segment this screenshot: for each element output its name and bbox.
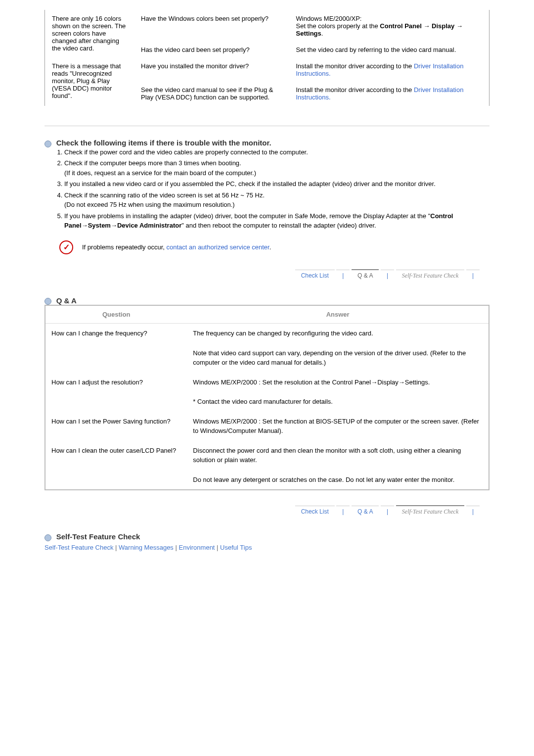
nav-tabs: Check List | Q & A | Self-Test Feature C… <box>44 269 490 282</box>
troubleshooting-table: There are only 16 colors shown on the sc… <box>44 10 490 106</box>
subnav-tips[interactable]: Useful Tips <box>220 544 252 551</box>
tab-check-list[interactable]: Check List <box>295 506 335 517</box>
qa-heading: Q & A <box>56 296 77 305</box>
checklist-cell: Have the Windows colors been set properl… <box>135 11 289 41</box>
qa-question-header: Question <box>45 305 187 324</box>
solution-cell: Set the video card by referring to the v… <box>290 42 489 57</box>
qa-question: How can I set the Power Saving function? <box>45 412 187 441</box>
list-item: If you have problems in installing the a… <box>64 211 490 231</box>
subnav-warning[interactable]: Warning Messages <box>119 544 174 551</box>
qa-answer: The frequency can be changed by reconfig… <box>187 324 489 343</box>
tab-qa[interactable]: Q & A <box>352 506 379 517</box>
check-items-list: Check if the power cord and the video ca… <box>64 147 490 231</box>
self-test-subnav: Self-Test Feature Check | Warning Messag… <box>44 544 490 551</box>
list-item: Check if the power cord and the video ca… <box>64 147 490 157</box>
checkmark-icon: ✓ <box>59 240 73 254</box>
checklist-cell: See the video card manual to see if the … <box>135 82 289 105</box>
subnav-environment[interactable]: Environment <box>179 544 215 551</box>
qa-table: Question Answer How can I change the fre… <box>44 305 490 490</box>
service-center-link[interactable]: contact an authorized service center <box>167 243 269 251</box>
qa-answer: Windows ME/XP/2000 : Set the function at… <box>187 412 489 441</box>
qa-answer: Do not leave any detergent or scratches … <box>187 470 489 490</box>
list-item: Check if the computer beeps more than 3 … <box>64 158 490 178</box>
symptom-cell: There are only 16 colors shown on the sc… <box>46 11 134 57</box>
qa-answer: Disconnect the power cord and then clean… <box>187 441 489 470</box>
bullet-icon <box>44 534 51 541</box>
qa-question: How can I clean the outer case/LCD Panel… <box>45 441 187 490</box>
qa-question: How can I change the frequency? <box>45 324 187 373</box>
solution-cell: Install the monitor driver according to … <box>290 82 489 105</box>
note-row: ✓ If problems repeatedly occur, contact … <box>59 240 490 254</box>
solution-cell: Install the monitor driver according to … <box>290 58 489 81</box>
nav-tabs: Check List | Q & A | Self-Test Feature C… <box>44 505 490 518</box>
symptom-cell: There is a message that reads "Unrecogni… <box>46 58 134 105</box>
qa-answer-header: Answer <box>187 305 489 324</box>
tab-qa[interactable]: Q & A <box>352 269 379 281</box>
self-test-heading: Self-Test Feature Check <box>56 532 140 541</box>
bullet-icon <box>44 141 51 147</box>
list-item: If you installed a new video card or if … <box>64 179 490 189</box>
note-text: If problems repeatedly occur, <box>82 243 167 251</box>
qa-answer: Windows ME/XP/2000 : Set the resolution … <box>187 373 489 392</box>
tab-self-test[interactable]: Self-Test Feature Check <box>396 505 464 518</box>
bullet-icon <box>44 298 51 305</box>
divider <box>44 126 490 126</box>
qa-question: How can I adjust the resolution? <box>45 373 187 412</box>
solution-cell: Windows ME/2000/XP: Set the colors prope… <box>290 11 489 41</box>
checklist-cell: Has the video card been set properly? <box>135 42 289 57</box>
tab-check-list[interactable]: Check List <box>295 270 335 281</box>
subnav-self-test[interactable]: Self-Test Feature Check <box>44 544 113 551</box>
list-item: Check if the scanning ratio of the video… <box>64 190 490 210</box>
qa-answer: Note that video card support can vary, d… <box>187 343 489 373</box>
checklist-cell: Have you installed the monitor driver? <box>135 58 289 81</box>
check-items-heading: Check the following items if there is tr… <box>56 139 271 147</box>
tab-self-test[interactable]: Self-Test Feature Check <box>396 270 464 282</box>
qa-answer: * Contact the video card manufacturer fo… <box>187 392 489 412</box>
